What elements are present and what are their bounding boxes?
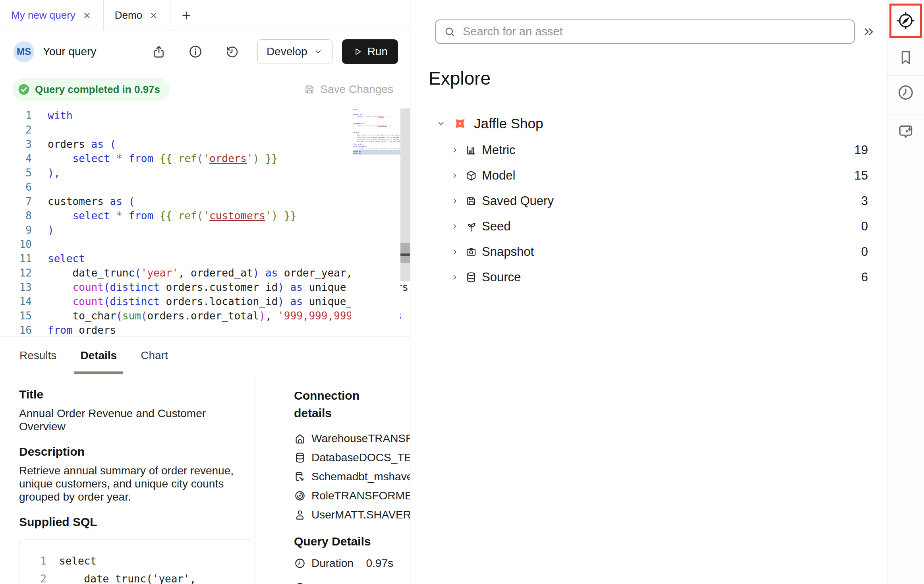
supplied-sql-line: 1select (19, 552, 254, 570)
editor-scrollbar[interactable] (400, 108, 410, 281)
status-value: SUCCESSFUL (355, 582, 410, 584)
editor-tab[interactable]: Demo (104, 0, 170, 31)
line-number: 13 (0, 280, 32, 294)
info-icon[interactable] (188, 44, 203, 59)
close-icon[interactable] (149, 10, 159, 21)
tree-item-metric[interactable]: Metric19 (410, 137, 887, 163)
toolbar-divider (887, 75, 924, 76)
connection-item-text: DatabaseDOCS_TEAM_ (311, 451, 410, 464)
asset-tree: Jaffle Shop Metric19Model15Saved Query3S… (410, 110, 887, 290)
tree-items: Metric19Model15Saved Query3Seed0Snapshot… (410, 137, 887, 290)
details-right-column: Connection details WarehouseTRANSFORMDat… (255, 374, 410, 584)
tree-item-label: Model (482, 168, 515, 183)
tree-item-label: Seed (482, 219, 510, 234)
connection-item: WarehouseTRANSFORM (294, 429, 410, 448)
editor-minimap[interactable]: withorders as ( select * from {{ ref('or… (351, 106, 400, 337)
save-changes-button[interactable]: Save Changes (303, 83, 393, 96)
chevron-right-icon[interactable] (450, 145, 460, 155)
chevron-right-icon[interactable] (450, 196, 460, 206)
chevron-right-icon[interactable] (450, 171, 460, 180)
schema-icon (294, 471, 306, 483)
results-tab-label: Results (19, 349, 56, 362)
query-title: Your query (43, 45, 96, 58)
tree-item-model[interactable]: Model15 (410, 163, 887, 188)
tree-item-label: Snapshot (482, 245, 534, 259)
scrollbar-grip[interactable] (400, 253, 410, 256)
check-circle-icon (17, 83, 30, 96)
develop-label: Develop (267, 45, 307, 58)
project-name: Jaffle Shop (474, 116, 543, 131)
tree-item-count: 19 (854, 143, 868, 157)
run-button[interactable]: Run (342, 39, 398, 64)
clock-icon[interactable] (897, 83, 915, 102)
supplied-sql-line: 2 date_trunc('year', (19, 570, 254, 584)
status-arc-icon (294, 582, 306, 584)
minimap-line: on orders.customer_id = customers.custom… (353, 148, 400, 150)
duration-clock-icon (294, 557, 306, 569)
query-status-badge: Query completed in 0.97s (12, 78, 170, 101)
explore-tool-selected[interactable] (889, 4, 922, 38)
run-label: Run (367, 45, 388, 58)
search-input[interactable] (463, 25, 846, 38)
collapse-panel-icon[interactable] (862, 25, 876, 39)
tree-item-label: Source (482, 270, 521, 284)
asset-search-box[interactable] (435, 19, 855, 44)
plus-icon (180, 10, 192, 21)
editor-tab[interactable]: My new query (0, 0, 104, 31)
project-row[interactable]: Jaffle Shop (410, 110, 887, 137)
source-icon (465, 271, 477, 283)
develop-button[interactable]: Develop (257, 39, 332, 64)
tab-results[interactable]: Results (13, 337, 63, 374)
line-number: 10 (0, 237, 32, 251)
saved-query-icon (465, 195, 477, 207)
tree-item-snapshot[interactable]: Snapshot0 (410, 239, 887, 265)
line-number: 5 (0, 166, 32, 180)
scrollbar-thumb[interactable] (400, 243, 410, 263)
minimap-line: order by (353, 152, 400, 155)
tree-item-count: 3 (861, 194, 868, 208)
history-icon[interactable] (225, 44, 239, 59)
chevron-down-icon[interactable] (436, 118, 446, 129)
line-number: 11 (0, 251, 32, 266)
title-heading: Title (19, 388, 255, 401)
tab-details[interactable]: Details (74, 337, 123, 374)
duration-value: 0.97s (366, 557, 394, 570)
close-icon[interactable] (82, 10, 92, 21)
app-screen: My new queryDemo MS Your query Develop R… (0, 0, 924, 584)
details-left-column: Title Annual Order Revenue and Customer … (0, 374, 255, 584)
tree-item-seed[interactable]: Seed0 (410, 214, 887, 239)
tree-item-source[interactable]: Source6 (410, 265, 887, 290)
results-tab-label: Chart (141, 349, 168, 362)
connection-details-heading: Connection details (294, 387, 385, 422)
connection-item: RoleTRANSFORMER (294, 486, 410, 505)
connection-item-text: UserMATT.SHAVER@FI (311, 509, 410, 521)
chat-sparkle-icon[interactable] (897, 123, 914, 141)
share-icon[interactable] (152, 44, 166, 59)
chevron-right-icon[interactable] (450, 222, 460, 231)
dbt-logo-icon (452, 116, 468, 131)
supplied-sql-line-number: 2 (19, 570, 46, 584)
chevron-right-icon[interactable] (450, 273, 460, 282)
play-icon (352, 46, 363, 57)
connection-item: DatabaseDOCS_TEAM_ (294, 448, 410, 467)
line-number: 9 (0, 223, 32, 237)
tree-item-saved-query[interactable]: Saved Query3 (410, 188, 887, 214)
new-tab-button[interactable] (170, 0, 202, 31)
user-icon (294, 509, 306, 521)
chevron-right-icon[interactable] (450, 247, 460, 257)
query-details-heading: Query Details (294, 535, 410, 548)
minimap-line: count(distinct orders.customer_id) as un… (353, 136, 400, 139)
tree-item-count: 6 (861, 270, 868, 284)
sql-code-editor[interactable]: 12345678910111213141516 withorders as ( … (0, 106, 410, 337)
tab-chart[interactable]: Chart (134, 337, 174, 374)
active-tab-underline (74, 371, 123, 374)
duration-label: Duration (311, 557, 354, 570)
line-number: 3 (0, 137, 32, 151)
line-number-gutter: 12345678910111213141516 (0, 108, 32, 337)
role-icon (294, 490, 306, 502)
toolbar-divider (887, 41, 924, 41)
editor-tab-label: My new query (11, 9, 75, 21)
toolbar-divider (887, 114, 924, 114)
bookmark-icon[interactable] (897, 49, 914, 66)
tree-item-count: 15 (854, 168, 868, 183)
